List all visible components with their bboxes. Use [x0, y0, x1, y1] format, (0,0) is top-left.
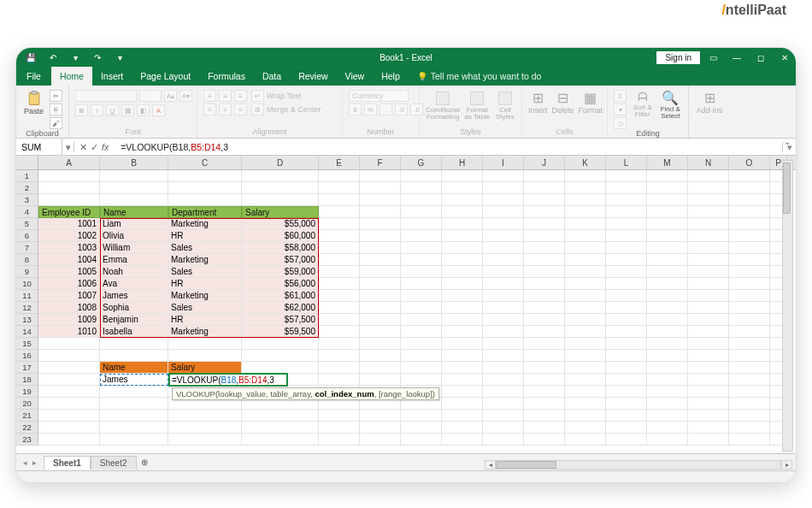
cell[interactable]	[401, 410, 442, 422]
cell[interactable]	[729, 422, 770, 434]
cell[interactable]	[729, 398, 770, 410]
cell[interactable]	[647, 194, 688, 206]
cell[interactable]	[360, 422, 401, 434]
row-header-6[interactable]: 6	[16, 230, 38, 242]
cell[interactable]	[729, 278, 770, 290]
conditional-formatting-button[interactable]: Conditional Formatting	[426, 90, 460, 121]
cell[interactable]	[729, 266, 770, 278]
maximize-icon[interactable]: ◻	[750, 48, 772, 67]
increase-font-icon[interactable]: A▴	[164, 90, 177, 102]
cut-icon[interactable]: ✂	[50, 90, 62, 102]
cell[interactable]	[319, 266, 360, 278]
cell[interactable]	[401, 302, 442, 314]
row-header-10[interactable]: 10	[16, 278, 38, 290]
cell[interactable]	[647, 422, 688, 434]
cell[interactable]	[360, 350, 401, 362]
cell[interactable]	[729, 242, 770, 254]
percent-icon[interactable]: %	[364, 103, 377, 115]
cell[interactable]	[360, 230, 401, 242]
tab-formulas[interactable]: Formulas	[199, 67, 254, 86]
cell[interactable]	[524, 338, 565, 350]
cell[interactable]	[524, 170, 565, 182]
cell[interactable]	[647, 218, 688, 230]
col-header-L[interactable]: L	[606, 156, 647, 169]
cell[interactable]	[647, 266, 688, 278]
col-header-C[interactable]: C	[168, 156, 242, 169]
cell[interactable]	[647, 314, 688, 326]
cell[interactable]	[100, 350, 168, 362]
cell[interactable]	[319, 218, 360, 230]
row-header-16[interactable]: 16	[16, 350, 38, 362]
cell[interactable]	[524, 422, 565, 434]
cell[interactable]: Salary	[168, 362, 242, 374]
cell[interactable]	[565, 254, 606, 266]
cell[interactable]	[38, 350, 100, 362]
cell[interactable]	[319, 230, 360, 242]
cell[interactable]	[524, 374, 565, 386]
cell[interactable]	[483, 218, 524, 230]
col-header-F[interactable]: F	[360, 156, 401, 169]
collapse-ribbon-icon[interactable]: ⌄	[784, 137, 791, 146]
cell[interactable]	[688, 302, 729, 314]
cell[interactable]	[524, 230, 565, 242]
cell[interactable]	[606, 410, 647, 422]
cell[interactable]	[483, 194, 524, 206]
cell[interactable]	[606, 386, 647, 398]
cell[interactable]	[242, 422, 319, 434]
cell[interactable]	[483, 182, 524, 194]
cell[interactable]	[483, 386, 524, 398]
cell[interactable]	[647, 278, 688, 290]
cell[interactable]	[242, 194, 319, 206]
cell[interactable]	[483, 350, 524, 362]
qat-dropdown-icon[interactable]: ▾	[66, 50, 85, 65]
cell[interactable]	[38, 170, 100, 182]
cell[interactable]	[100, 434, 168, 446]
cell[interactable]	[565, 206, 606, 218]
cell[interactable]	[360, 290, 401, 302]
cell[interactable]	[524, 326, 565, 338]
cell[interactable]	[38, 182, 100, 194]
cell[interactable]	[360, 170, 401, 182]
cell[interactable]	[606, 242, 647, 254]
active-cell-c18[interactable]: =VLOOKUP(B18,B5:D14,3	[168, 373, 288, 387]
cell[interactable]	[729, 434, 770, 446]
row-header-20[interactable]: 20	[16, 398, 38, 410]
cell[interactable]	[442, 302, 483, 314]
row-header-2[interactable]: 2	[16, 182, 38, 194]
cell[interactable]	[442, 314, 483, 326]
cell[interactable]	[606, 434, 647, 446]
cell[interactable]	[688, 326, 729, 338]
cell[interactable]	[442, 254, 483, 266]
cell[interactable]	[688, 230, 729, 242]
sheet-tab-sheet2[interactable]: Sheet2	[91, 456, 137, 470]
cell[interactable]	[647, 398, 688, 410]
worksheet[interactable]: A B C D E F G H I J K L M N O P 12345678…	[16, 156, 796, 465]
tab-file[interactable]: File	[16, 67, 51, 86]
cell[interactable]	[401, 206, 442, 218]
cell[interactable]	[647, 206, 688, 218]
select-all-corner[interactable]	[16, 156, 38, 169]
cell[interactable]	[360, 206, 401, 218]
cell[interactable]	[647, 350, 688, 362]
cell[interactable]	[565, 182, 606, 194]
cell[interactable]	[360, 302, 401, 314]
cell[interactable]	[442, 326, 483, 338]
cell[interactable]: 1006	[38, 278, 100, 290]
cell[interactable]	[524, 194, 565, 206]
row-header-12[interactable]: 12	[16, 302, 38, 314]
cell[interactable]	[688, 254, 729, 266]
cell[interactable]	[442, 206, 483, 218]
cell[interactable]	[442, 218, 483, 230]
cell[interactable]	[442, 278, 483, 290]
cell[interactable]	[38, 338, 100, 350]
vscroll-thumb[interactable]	[783, 162, 791, 214]
sheet-nav-next-icon[interactable]: ▸	[32, 458, 37, 467]
cell[interactable]	[483, 230, 524, 242]
row-header-9[interactable]: 9	[16, 266, 38, 278]
cell[interactable]	[524, 398, 565, 410]
cell[interactable]	[606, 170, 647, 182]
align-middle-icon[interactable]: ≡	[219, 90, 232, 102]
save-icon[interactable]: 💾	[21, 50, 40, 65]
cell[interactable]	[401, 314, 442, 326]
cell[interactable]	[242, 338, 319, 350]
